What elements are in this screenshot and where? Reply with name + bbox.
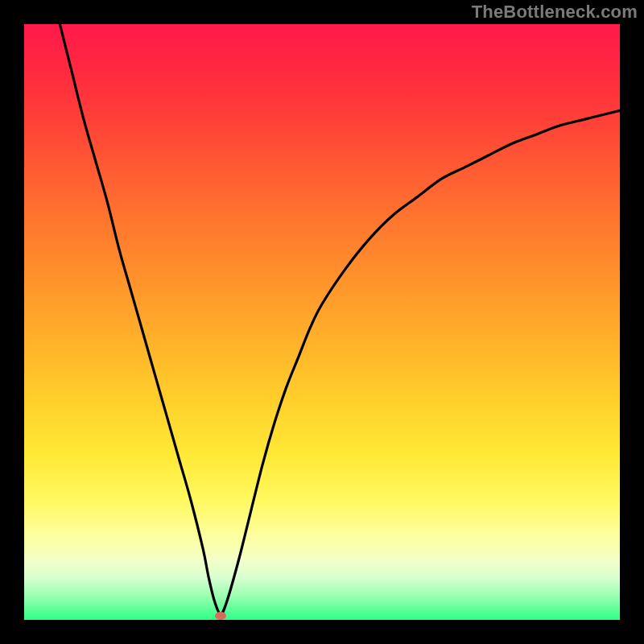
bottleneck-curve [60, 24, 620, 614]
curve-svg [24, 24, 620, 620]
watermark-text: TheBottleneck.com [472, 2, 638, 23]
plot-area [24, 24, 620, 620]
chart-frame: TheBottleneck.com [0, 0, 644, 644]
optimum-marker [215, 612, 226, 620]
